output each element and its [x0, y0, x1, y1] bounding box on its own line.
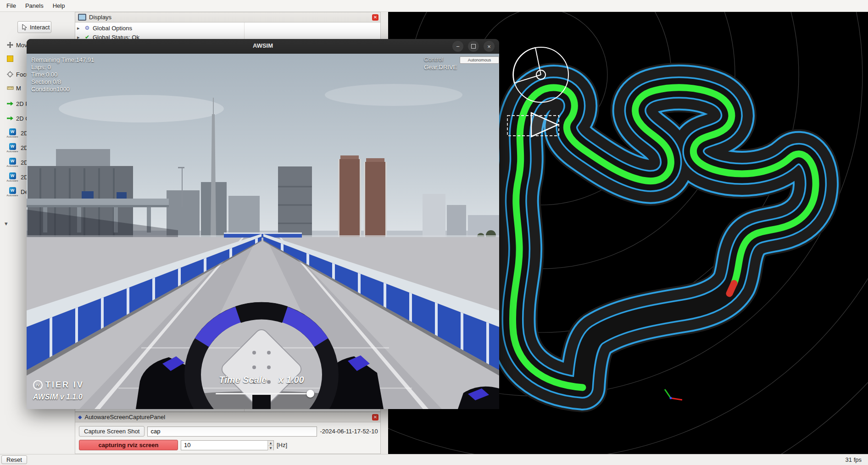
awsim-titlebar[interactable]: AWSIM − ×: [27, 39, 499, 54]
tree-row-label: Global Options: [93, 25, 132, 32]
window-close-icon[interactable]: ×: [484, 41, 495, 52]
autoware-logo-icon: W Autoware: [6, 187, 18, 197]
menu-bar: File Panels Help: [0, 0, 868, 12]
pose-arrow-icon: [6, 115, 14, 122]
gear-indicator: Gear:DRIVE: [424, 64, 457, 71]
filename-suffix: -2024-06-11-17-52-10: [320, 428, 378, 435]
menu-panels[interactable]: Panels: [21, 1, 48, 11]
time-scale-label: Time Scale: [219, 375, 267, 385]
measure-icon: [6, 84, 14, 92]
time-scale-slider[interactable]: [216, 393, 314, 394]
hud-condition: Condition1000: [31, 86, 94, 93]
control-mode-button[interactable]: Autonomous: [460, 56, 499, 64]
capture-rviz-button[interactable]: capturing rviz screen: [79, 440, 178, 450]
fps-counter: 31 fps: [846, 456, 862, 463]
filename-input[interactable]: [147, 426, 317, 437]
tool-interact-button[interactable]: Interact: [17, 21, 51, 33]
rate-spinbox[interactable]: ▲ ▼: [181, 440, 274, 450]
capture-panel-header[interactable]: ◆ AutowareScreenCapturePanel: [75, 412, 380, 422]
close-icon[interactable]: ✕: [372, 14, 378, 21]
goal-marker: [729, 283, 734, 293]
awsim-window: AWSIM − ×: [27, 39, 499, 409]
menu-file[interactable]: File: [2, 1, 21, 11]
caret-icon[interactable]: ▸: [77, 25, 82, 31]
time-scale-value: x 1.00: [278, 375, 304, 385]
hud-laps: Laps: 0: [31, 64, 94, 71]
displays-panel-header[interactable]: Displays: [75, 12, 380, 22]
maximize-icon[interactable]: [468, 41, 479, 52]
chevron-down-icon[interactable]: ▾: [5, 220, 8, 227]
spin-down-icon[interactable]: ▼: [268, 446, 273, 450]
hud-time: Time:0.00: [31, 71, 94, 78]
capture-screenshot-button[interactable]: Capture Screen Shot: [79, 426, 145, 437]
tree-row-global-options[interactable]: ▸ ⚙ Global Options: [77, 23, 132, 33]
window-title: AWSIM: [27, 42, 499, 49]
monitor-icon: [78, 14, 86, 21]
rate-input[interactable]: [181, 441, 267, 450]
autoware-logo-icon: W Autoware: [6, 128, 18, 138]
hud-section: Section 0/8: [31, 78, 94, 86]
desktop: File Panels Help Interact Move Focus: [0, 0, 868, 465]
race-hud: Remaining Time:147.91 Laps: 0 Time:0.00 …: [31, 56, 94, 93]
gear-icon: ⚙: [84, 25, 90, 31]
diamond-icon: ◆: [78, 414, 82, 420]
race-track: [512, 88, 816, 388]
tool-interact-label: Interact: [30, 24, 50, 31]
simulation-viewport[interactable]: Remaining Time:147.91 Laps: 0 Time:0.00 …: [27, 54, 499, 409]
autoware-logo-icon: W Autoware: [6, 172, 18, 182]
time-scale-slider-knob[interactable]: [306, 390, 314, 398]
autoware-logo-icon: W Autoware: [6, 158, 18, 167]
tool-label: M: [16, 85, 21, 92]
menu-help[interactable]: Help: [48, 1, 70, 11]
spin-up-icon[interactable]: ▲: [268, 441, 273, 446]
select-icon: [6, 55, 14, 62]
simulation-scene: [27, 54, 499, 409]
pose-arrow-icon: [6, 100, 14, 107]
tier-iv-wordmark: TIER IV: [45, 380, 84, 390]
close-icon[interactable]: ✕: [372, 414, 378, 421]
minimize-icon[interactable]: −: [452, 41, 463, 52]
axes-icon: [665, 389, 682, 400]
reset-button[interactable]: Reset: [1, 455, 27, 464]
displays-panel-title: Displays: [89, 14, 111, 21]
move-camera-icon: [6, 41, 14, 49]
capture-panel-title: AutowareScreenCapturePanel: [84, 414, 165, 421]
status-bar: Reset 31 fps: [0, 454, 868, 465]
focus-camera-icon: [6, 71, 14, 78]
time-scale-readout: Time Scale x 1.00: [193, 375, 330, 385]
tier-iv-logo: IV TIER IV: [33, 380, 84, 390]
awsim-version: AWSIM v 1.1.0: [33, 393, 83, 401]
rate-unit-label: [Hz]: [277, 442, 287, 448]
capture-panel: ◆ AutowareScreenCapturePanel ✕ Capture S…: [75, 412, 381, 454]
hud-remaining-time: Remaining Time:147.91: [31, 56, 94, 64]
tier-iv-mark-icon: IV: [33, 380, 43, 390]
autoware-logo-icon: W Autoware: [6, 143, 18, 153]
hand-cursor-icon: [21, 23, 28, 31]
control-label: Control: [424, 56, 443, 63]
